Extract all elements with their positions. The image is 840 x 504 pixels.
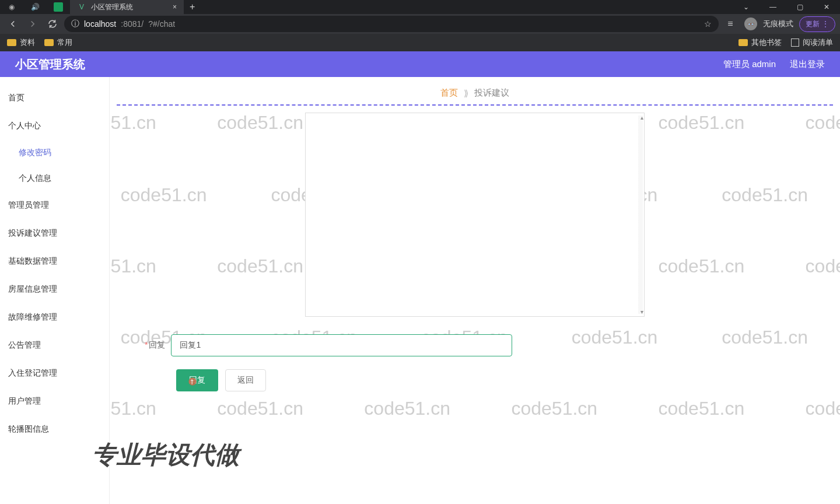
tab-title: 小区管理系统 <box>91 2 133 12</box>
back-icon[interactable] <box>5 16 21 32</box>
browser-tab[interactable]: V 小区管理系统 × <box>70 0 184 14</box>
app-mini-icon <box>54 2 63 12</box>
scroll-up-icon[interactable]: ▴ <box>640 114 643 121</box>
watermark: code51.cncode51.cncode51.cncode51.cncode… <box>110 398 840 419</box>
sidebar-user[interactable]: 用户管理 <box>0 387 109 415</box>
reply-input[interactable] <box>171 334 512 356</box>
update-button[interactable]: 更新⋮ <box>799 16 835 32</box>
sidebar-home[interactable]: 首页 <box>0 84 109 112</box>
submit-button[interactable]: 回复 <box>176 369 218 391</box>
reading-list[interactable]: 阅读清单 <box>791 37 833 48</box>
star-icon[interactable]: ☆ <box>704 19 712 29</box>
bookmark-bar: 资料 常用 其他书签 阅读清单 <box>0 34 840 51</box>
breadcrumb-current: 投诉建议 <box>474 88 509 99</box>
logout-link[interactable]: 退出登录 <box>790 59 825 70</box>
bookmark-folder[interactable]: 资料 <box>7 37 35 48</box>
url-path: ?#/chat <box>148 19 175 29</box>
chat-message-box[interactable]: ▴ ▾ <box>305 113 645 317</box>
content-area: code51.cncode51.cncode51.cncode51.cncode… <box>110 77 840 504</box>
list-icon <box>791 38 799 47</box>
bookmark-folder[interactable]: 常用 <box>44 37 72 48</box>
minimize-icon[interactable]: — <box>760 0 786 14</box>
vue-icon: V <box>77 2 86 12</box>
sidebar-carousel[interactable]: 轮播图信息 <box>0 415 109 443</box>
sidebar-complaint[interactable]: 投诉建议管理 <box>0 219 109 247</box>
folder-icon <box>7 39 16 46</box>
admin-label[interactable]: 管理员 admin <box>723 59 776 70</box>
divider <box>117 104 833 106</box>
sidebar-house[interactable]: 房屋信息管理 <box>0 275 109 303</box>
breadcrumb-home[interactable]: 首页 <box>440 88 458 99</box>
sidebar-checkin[interactable]: 入住登记管理 <box>0 359 109 387</box>
reply-form-row: *回复 <box>145 334 833 356</box>
sidebar-repair[interactable]: 故障维修管理 <box>0 303 109 331</box>
info-icon: ⓘ <box>71 19 79 29</box>
folder-icon <box>738 39 748 46</box>
other-bookmarks[interactable]: 其他书签 <box>738 37 782 48</box>
sidebar-basic[interactable]: 基础数据管理 <box>0 247 109 275</box>
app-title: 小区管理系统 <box>15 57 85 72</box>
sound-icon: 🔊 <box>23 0 47 14</box>
reload-icon[interactable] <box>44 16 61 32</box>
close-icon[interactable]: × <box>173 3 177 11</box>
tune-icon[interactable]: ≡ <box>722 16 738 32</box>
sidebar-admin-mgmt[interactable]: 管理员管理 <box>0 191 109 219</box>
sidebar-notice[interactable]: 公告管理 <box>0 331 109 359</box>
forward-icon[interactable] <box>24 16 41 32</box>
folder-icon <box>44 39 54 46</box>
window-controls: ⌄ — ▢ ✕ <box>733 0 840 14</box>
globe-icon: ◉ <box>0 0 23 14</box>
back-button[interactable]: 返回 <box>225 369 266 391</box>
sidebar-profile[interactable]: 个人信息 <box>0 166 109 191</box>
scroll-down-icon[interactable]: ▾ <box>640 309 643 315</box>
chevron-down-icon[interactable]: ⌄ <box>733 0 760 14</box>
reply-label: *回复 <box>145 340 165 351</box>
incognito-label: 无痕模式 <box>763 19 793 29</box>
url-input[interactable]: ⓘ localhost:8081/?#/chat ☆ <box>64 16 719 32</box>
new-tab-button[interactable]: + <box>184 2 201 12</box>
breadcrumb-sep-icon: ⟫ <box>464 88 468 99</box>
app-header: 小区管理系统 管理员 admin 退出登录 <box>0 51 840 77</box>
url-host: localhost <box>84 19 116 29</box>
sidebar: 首页 个人中心 修改密码 个人信息 管理员管理 投诉建议管理 基础数据管理 房屋… <box>0 77 110 504</box>
breadcrumb: 首页 ⟫ 投诉建议 <box>117 77 833 104</box>
maximize-icon[interactable]: ▢ <box>786 0 813 14</box>
browser-tab-strip: ◉ 🔊 V 小区管理系统 × + ⌄ — ▢ ✕ <box>0 0 840 14</box>
sidebar-change-password[interactable]: 修改密码 <box>0 140 109 166</box>
close-window-icon[interactable]: ✕ <box>813 0 840 14</box>
incognito-icon: 👓 <box>744 18 757 30</box>
url-port: :8081/ <box>121 19 144 29</box>
address-bar: ⓘ localhost:8081/?#/chat ☆ ≡ 👓 无痕模式 更新⋮ <box>0 14 840 34</box>
sidebar-personal[interactable]: 个人中心 <box>0 112 109 140</box>
